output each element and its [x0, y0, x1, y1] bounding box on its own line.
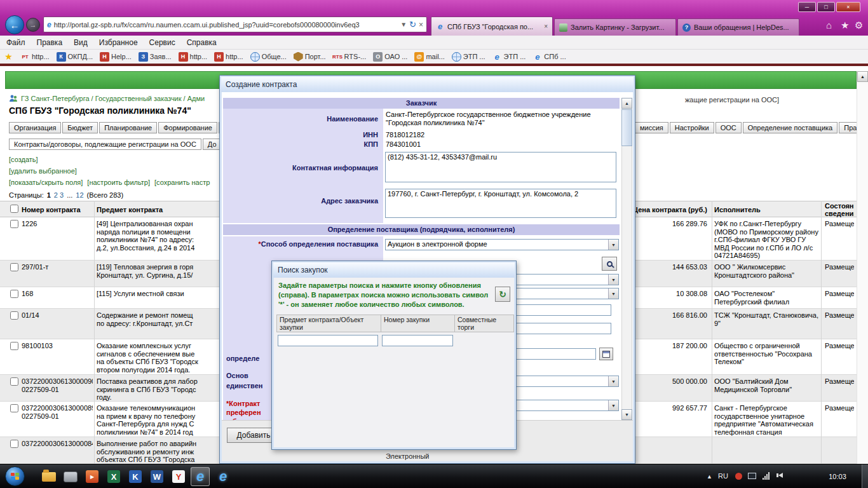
chevron-down-icon[interactable]: ▼ [608, 274, 618, 285]
menu-edit[interactable]: Правка [37, 38, 63, 47]
tab-organization[interactable]: Организация [9, 122, 61, 133]
dialog-title[interactable]: Поиск закупок [273, 262, 515, 278]
chevron-down-icon[interactable]: ▼ [608, 240, 618, 250]
address-bar[interactable]: e http://portal.gz-spb.ru/fx/ccam/ru.nau… [43, 17, 427, 32]
dialog-scroll-down-button[interactable]: ▼ [621, 409, 632, 420]
show-desktop-button[interactable] [862, 464, 868, 488]
address-dropdown-icon[interactable]: ▼ [400, 21, 407, 28]
method-select[interactable]: Аукцион в электронной форме ▼ [385, 239, 619, 250]
delete-selected-link[interactable]: [удалить выбранное] [9, 167, 77, 175]
taskbar-item-application[interactable] [61, 467, 80, 486]
menu-service[interactable]: Сервис [149, 38, 175, 47]
display-tray-icon[interactable] [748, 473, 756, 479]
volume-tray-icon[interactable] [776, 473, 783, 478]
taskbar-item-k-application[interactable]: K [126, 467, 145, 486]
tab-supplier-determination[interactable]: Определение поставщика [743, 122, 837, 133]
forward-button[interactable]: → [26, 18, 40, 32]
browser-tab-3[interactable]: ? Ваши обращения | HelpDes... [677, 18, 799, 36]
window-minimize-button[interactable]: ─ [798, 2, 816, 12]
tab-settings[interactable]: Настройки [670, 122, 714, 133]
menu-favorites[interactable]: Избранное [99, 38, 138, 47]
scroll-up-button[interactable]: ▲ [857, 71, 868, 82]
dialog-scroll-thumb[interactable] [621, 109, 632, 146]
page-scrollbar[interactable]: ▲ [857, 71, 868, 464]
page-links[interactable]: 2 3 [54, 191, 64, 199]
tab-budget[interactable]: Бюджет [62, 122, 98, 133]
row-checkbox[interactable] [10, 377, 18, 386]
breadcrumb[interactable]: ГЗ Санкт-Петербурга / Государственный за… [9, 94, 205, 103]
refresh-icon[interactable]: ↻ [409, 20, 416, 29]
network-tray-icon[interactable] [763, 472, 770, 480]
favorites-bar-item[interactable]: eЭТП ... [492, 52, 526, 62]
settings-gear-icon[interactable]: ⚙ [855, 20, 863, 31]
start-button[interactable] [5, 466, 25, 486]
calendar-button[interactable] [599, 348, 613, 360]
tab-close-icon[interactable]: × [544, 23, 548, 30]
menu-view[interactable]: Вид [74, 38, 88, 47]
language-indicator[interactable]: RU [718, 472, 728, 480]
favorites-bar-item[interactable]: PThttp... [20, 52, 50, 62]
dialog-scrollbar[interactable] [621, 98, 632, 420]
taskbar-item-internet-explorer[interactable]: e [191, 467, 210, 486]
tab-oos[interactable]: ООС [715, 122, 742, 133]
favorites-bar-item[interactable]: eСПб ... [532, 52, 566, 62]
favorites-bar-item[interactable]: ЭТП ... [452, 52, 485, 62]
col-executor[interactable]: Исполнитель [714, 206, 761, 214]
antivirus-tray-icon[interactable] [735, 473, 742, 480]
row-checkbox[interactable] [10, 290, 18, 298]
window-maximize-button[interactable]: □ [817, 2, 835, 12]
dialog-scroll-up-button[interactable]: ▲ [621, 98, 632, 109]
address-url[interactable]: http://portal.gz-spb.ru/fx/ccam/ru.naume… [54, 21, 398, 29]
purchase-search-button[interactable] [602, 257, 617, 271]
search-subject-input[interactable] [278, 335, 378, 346]
row-checkbox[interactable] [10, 404, 18, 412]
chevron-down-icon[interactable]: ▼ [608, 376, 618, 386]
menu-file[interactable]: Файл [6, 38, 25, 47]
row-checkbox[interactable] [10, 440, 18, 448]
favorites-bar-item[interactable]: HHelp... [100, 52, 132, 62]
taskbar-item-word[interactable]: W [147, 467, 166, 486]
save-settings-link[interactable]: [сохранить настр [154, 179, 210, 186]
subtab-contracts-oos[interactable]: Контракты/договоры, подлежащие регистрац… [9, 139, 201, 150]
favorites-bar-item[interactable]: ООАО ... [373, 52, 407, 62]
chevron-down-icon[interactable]: ▼ [608, 400, 618, 410]
col-status[interactable]: Состояние сведений [825, 202, 854, 217]
favorites-bar-item[interactable]: ★ [4, 52, 13, 62]
row-checkbox[interactable] [10, 311, 18, 320]
tab-planning[interactable]: Планирование [99, 122, 157, 133]
select-all-checkbox[interactable] [10, 205, 18, 213]
chevron-down-icon[interactable]: ▼ [608, 288, 618, 299]
customer-address-textarea[interactable]: 197760, г. Санкт-Петербург, г. Кронштадт… [385, 189, 616, 218]
contact-info-textarea[interactable]: (812) 435-31-12, 4353437@mail.ru [385, 152, 616, 182]
taskbar-item-yandex-browser[interactable]: Y [169, 467, 188, 486]
browser-tab-active[interactable]: e СПб ГБУЗ "Городская по... × [431, 17, 553, 36]
window-close-button[interactable]: × [836, 2, 860, 12]
breadcrumb-text[interactable]: ГЗ Санкт-Петербурга / Государственный за… [21, 95, 205, 102]
favorites-bar-item[interactable]: Hhttp... [214, 52, 243, 62]
taskbar-item-media-player[interactable]: ▶ [83, 467, 102, 486]
home-icon[interactable]: ⌂ [826, 20, 832, 30]
create-link[interactable]: [создать] [9, 156, 38, 163]
taskbar-item-internet-explorer-2[interactable]: e [214, 467, 233, 486]
dialog-title[interactable]: Создание контракта [221, 77, 634, 92]
browser-tab-2[interactable]: Залить Картинку - Загрузит... [554, 18, 676, 36]
show-hide-fields-link[interactable]: [показать/скрыть поля] [9, 179, 83, 186]
taskbar-item-excel[interactable]: X [104, 467, 123, 486]
back-button[interactable]: ← [5, 15, 24, 34]
col-number[interactable]: Номер контракта [22, 206, 81, 214]
favorites-bar-item[interactable]: Hhttp... [179, 52, 208, 62]
clock[interactable]: 10:03 [815, 464, 860, 488]
favorites-bar-item[interactable]: RTSRTS-... [333, 52, 367, 62]
taskbar-item-explorer-folder[interactable] [39, 467, 58, 486]
tray-expand-icon[interactable]: ▲ [707, 473, 712, 480]
col-subject[interactable]: Предмет контракта [97, 206, 163, 214]
last-page-link[interactable]: 12 [76, 191, 83, 199]
tab-commission-partial[interactable]: миссия [635, 122, 668, 133]
refresh-button[interactable]: ↻ [495, 287, 510, 302]
search-number-input[interactable] [382, 335, 453, 346]
stop-icon[interactable]: × [419, 20, 423, 29]
favorites-star-icon[interactable]: ★ [841, 20, 849, 31]
row-checkbox[interactable] [10, 342, 18, 350]
favorites-bar-item[interactable]: Обще... [250, 52, 287, 62]
favorites-bar-item[interactable]: ЗЗаяв... [139, 52, 172, 62]
